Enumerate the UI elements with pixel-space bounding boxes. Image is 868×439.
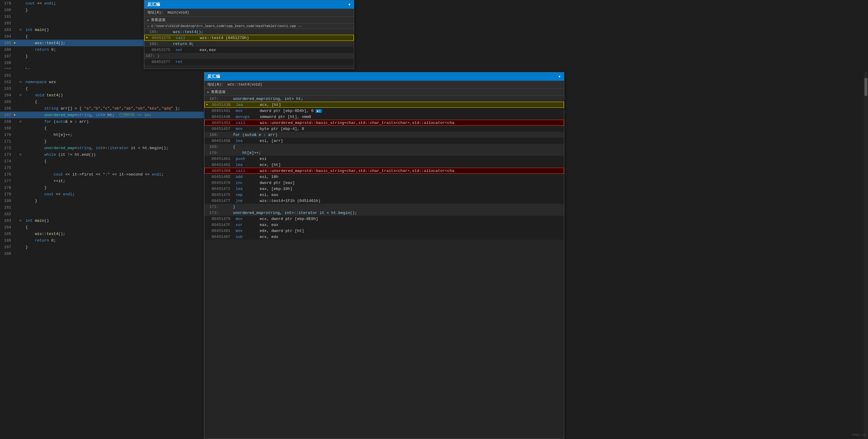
code-line-161: 161 (0, 72, 204, 79)
disasm-src-168: 168: for (auto& e : arr) (205, 132, 564, 138)
disasm-addr-451462: 00451462 (212, 163, 236, 167)
code-line-185: 185 ➤ wzs::test4(); (0, 40, 144, 46)
disasm-addr-451487: 00451487 (212, 234, 236, 239)
disasm-addr-451441: 00451441 (212, 108, 236, 113)
code-line-186b: 186 return 0; (0, 237, 204, 244)
disasm-operands-451481: edx, dword ptr [ht] (259, 229, 563, 233)
disasm-source-185: 185: wzs::test4(); (144, 29, 354, 35)
code-line-184: 184 { (0, 33, 144, 40)
disasm-operands-45147F: eax, eax (259, 223, 563, 227)
disasm-mnemonic-451575: xor (176, 48, 199, 52)
code-line-168: 168 ⊟ for (auto& e : arr) (0, 118, 204, 125)
code-line-182: 182 (0, 20, 144, 26)
disasm-arrow-451570: ➤ (146, 35, 152, 40)
code-line-173: 173 ⊟ while (it != ht.end()) (0, 151, 204, 158)
disasm-addr-45143B: 0045143B (212, 103, 236, 107)
disasm-operands-451470: dword ptr [eax] (259, 181, 563, 185)
disasm-operands-451461: esi (259, 157, 563, 161)
disasm-operands-45143B: ecx, [ht] (260, 103, 562, 107)
code-line-184b: 184 { (0, 224, 204, 230)
disasm-addr-451481: 00451481 (212, 229, 236, 233)
code-line-170: 170 ht[e]++; (0, 131, 204, 138)
disasm-addr-451468: 00451468 (212, 169, 236, 173)
code-line-180b: 180 } (0, 197, 204, 204)
code-line-172: 172 unordered_map<string, int>::iterator… (0, 145, 204, 151)
disasm-options-top[interactable]: ▶ 查看选项 (144, 17, 354, 24)
code-line-179b: 179 cout << endl; (0, 191, 204, 197)
code-line-188-top: 188 (0, 59, 144, 66)
disasm-content-bottom: 167: unordered_map<string, int> ht; ➤ 00… (205, 96, 564, 240)
code-line-162: 162 ⊟ namespace wzs (0, 79, 204, 85)
disasm-mnemonic-451475: cmp (236, 193, 259, 197)
disasm-mnemonic-451472: lea (236, 187, 259, 191)
code-line-185b: 185 wzs::test4(); (0, 230, 204, 237)
disasm-title-bottom: 反汇编 ▾ (205, 72, 564, 81)
disasm-mnemonic-45146D: add (236, 175, 259, 179)
disasm-src-170: 170: ht[e]++; (205, 150, 564, 156)
disasm-title-label-top: 反汇编 (147, 2, 160, 7)
disasm-operands-451452: wzs::unordered_map<std::basic_string<cha… (260, 121, 562, 125)
disasm-scrollbar-thumb[interactable] (864, 78, 867, 96)
disasm-asm-451479: 00451479 mov ecx, dword ptr [ebp-0E0h] (205, 216, 564, 222)
disasm-mnemonic-451487: sub (236, 234, 259, 239)
disasm-addr-451461: 00451461 (212, 157, 236, 161)
disasm-title-label-bottom: 反汇编 (207, 74, 220, 79)
continue-btn[interactable]: ▶| (316, 109, 322, 113)
disasm-asm-451477: 00451477 jne wzs::test4+1F1h (0451461h) (205, 198, 564, 204)
disasm-address-bar-bottom: 地址(A): wzs::test4(void) (205, 81, 564, 89)
disasm-asm-451470: 00451470 inc dword ptr [eax] (205, 180, 564, 186)
disasm-operands-451487: ecx, edx (259, 234, 563, 239)
disasm-mnemonic-451461: push (236, 157, 259, 161)
disasm-asm-45147F: 0045147F xor eax, eax (205, 222, 564, 228)
disasm-content-top: 185: wzs::test4(); ➤ 00451570 call wzs::… (144, 29, 354, 65)
disasm-mnemonic-451457: mov (236, 127, 259, 131)
disasm-asm-45145B: 0045145B lea esi, [arr] (205, 138, 564, 144)
disasm-mnemonic-451452: call (236, 121, 260, 125)
disasm-options-bottom[interactable]: ▶ 查看选项 (205, 89, 564, 96)
disasm-src-169: 169: { (205, 144, 564, 150)
code-line-174: 174 { (0, 158, 204, 164)
disasm-source-ref-top: — C:\Users\23119\Desktop\C++_learn_code\… (144, 24, 354, 29)
disasm-addr-451575: 00451575 (152, 48, 176, 52)
disasm-addr-451477: 00451477 (212, 199, 236, 203)
disasm-mnemonic-45144B: movups (236, 115, 259, 119)
disasm-asm-451481: 00451481 mov edx, dword ptr [ht] (205, 228, 564, 234)
disasm-addr-451577: 00451577 (152, 60, 176, 64)
disasm-source-186: 186: return 0; (144, 41, 354, 47)
disasm-mnemonic-451577: ret (176, 60, 199, 64)
left-code-panel-lower: 161 162 ⊟ namespace wzs 163 { 164 ⊟ void… (0, 72, 204, 439)
code-line-164: 164 ⊟ void test4() (0, 92, 204, 98)
options-label-top: 查看选项 (151, 18, 165, 23)
disasm-addr-label-top: 地址(A): (147, 10, 165, 15)
disasm-operands-451457: byte ptr [ebp-4], 8 (259, 127, 563, 131)
code-line-181: 181 (0, 13, 144, 20)
disasm-scrollbar[interactable] (864, 72, 868, 439)
disasm-mnemonic-45145B: lea (236, 138, 259, 143)
disasm-asm-451570: ➤ 00451570 call wzs::test4 (0451270h) (144, 35, 354, 41)
code-line-183: 183 ⊟ int main() (0, 26, 144, 33)
disasm-asm-45144B: 0045144B movups xmmword ptr [ht], xmm0 (205, 114, 564, 120)
disasm-addr-45146D: 0045146D (212, 175, 236, 179)
code-line-188b: 188 (0, 250, 204, 257)
disasm-operands-451475: esi, eax (259, 193, 563, 197)
options-label-bottom: 查看选项 (211, 89, 225, 95)
options-collapse-bottom[interactable]: ▶ (207, 90, 209, 94)
disasm-operands-451575: eax,eax (199, 48, 353, 52)
disasm-addr-451452: 00451452 (212, 121, 236, 125)
disasm-mnemonic-451470: inc (236, 181, 259, 185)
disasm-operands-45144B: xmmword ptr [ht], xmm0 (259, 115, 563, 119)
disasm-addr-45147F: 0045147F (212, 223, 236, 227)
options-collapse-top[interactable]: ▶ (147, 18, 149, 22)
disasm-addr-451470: 00451470 (212, 181, 236, 185)
disasm-dropdown-top[interactable]: ▾ (348, 1, 351, 7)
code-line-180: 180 } (0, 7, 144, 13)
disasm-addr-45144B: 0045144B (212, 115, 236, 119)
disasm-src-172: 172: unordered_map<string, int>::iterato… (205, 210, 564, 216)
disasm-mnemonic-451479: mov (236, 217, 259, 221)
watermark: znwx.cn (852, 433, 866, 437)
disasm-arrow-45143B: ➤ (206, 102, 212, 107)
disasm-mnemonic-451477: jne (236, 199, 259, 203)
disasm-dropdown-bottom[interactable]: ▾ (558, 73, 561, 80)
disasm-addr-451479: 00451479 (212, 217, 236, 221)
disasm-asm-45146D: 0045146D add esi, 18h (205, 174, 564, 180)
